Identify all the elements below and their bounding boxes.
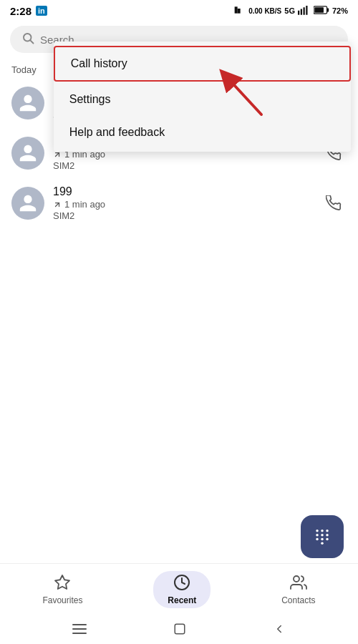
dropdown-settings[interactable]: Settings — [54, 83, 351, 116]
svg-rect-4 — [303, 7, 304, 15]
bottom-nav: Favourites Recent Contacts — [0, 563, 358, 614]
nav-recent[interactable]: Recent — [153, 571, 211, 608]
star-icon — [54, 574, 71, 593]
android-nav — [0, 617, 358, 644]
dropdown-menu: Call history Settings Help and feedback — [54, 42, 351, 152]
dropdown-help[interactable]: Help and feedback — [54, 116, 351, 149]
nav-recent-label: Recent — [168, 595, 196, 605]
svg-point-28 — [294, 576, 299, 582]
signal-icon — [298, 5, 311, 16]
call-info: 199 1 min ago SIM2 — [53, 185, 312, 221]
network-icon — [234, 4, 246, 17]
svg-rect-1 — [238, 9, 240, 13]
dropdown-call-history[interactable]: Call history — [54, 46, 351, 82]
network-type: 5G — [284, 6, 295, 15]
svg-point-21 — [326, 534, 329, 537]
avatar — [11, 137, 44, 170]
svg-rect-30 — [72, 628, 87, 630]
svg-rect-7 — [327, 8, 329, 11]
svg-rect-3 — [301, 9, 302, 15]
call-number: 199 — [53, 185, 312, 198]
battery-pct: 72% — [332, 6, 348, 15]
linkedin-icon: in — [36, 6, 47, 16]
clock-icon — [173, 574, 190, 593]
menu-icon[interactable] — [72, 624, 87, 637]
svg-marker-26 — [55, 575, 69, 589]
avatar — [11, 187, 44, 220]
avatar — [11, 87, 44, 119]
svg-point-25 — [321, 542, 324, 545]
back-icon[interactable] — [273, 623, 286, 638]
call-item[interactable]: 199 1 min ago SIM2 — [7, 178, 351, 228]
svg-line-10 — [30, 40, 33, 43]
call-sim: SIM2 — [53, 210, 312, 221]
status-right: 0.00 KB/S 5G 72% — [234, 4, 348, 17]
home-icon[interactable] — [173, 623, 186, 638]
search-icon — [21, 31, 34, 47]
status-time: 2:28 — [10, 5, 32, 17]
status-bar: 2:28 in 0.00 KB/S 5G 72% — [0, 0, 358, 20]
svg-line-13 — [56, 203, 59, 206]
svg-rect-32 — [175, 624, 185, 634]
nav-favourites[interactable]: Favourites — [28, 571, 97, 608]
call-sim: SIM2 — [53, 160, 312, 171]
status-left: 2:28 in — [10, 5, 47, 17]
svg-rect-2 — [298, 11, 299, 15]
battery-icon — [314, 6, 329, 16]
svg-point-24 — [326, 538, 329, 541]
svg-point-22 — [316, 538, 319, 541]
svg-rect-5 — [306, 6, 307, 15]
svg-point-18 — [326, 530, 329, 532]
svg-rect-29 — [72, 624, 87, 625]
svg-point-19 — [316, 534, 319, 537]
svg-point-23 — [321, 538, 324, 541]
nav-contacts-label: Contacts — [281, 595, 315, 605]
svg-point-17 — [321, 530, 324, 532]
svg-rect-8 — [314, 7, 324, 13]
call-detail: 1 min ago — [53, 199, 312, 210]
svg-point-16 — [316, 530, 319, 532]
fab-dialpad[interactable] — [301, 515, 344, 558]
call-phone-button[interactable] — [321, 190, 347, 216]
svg-line-12 — [56, 152, 59, 156]
svg-rect-0 — [235, 7, 237, 13]
svg-rect-31 — [72, 633, 87, 634]
contacts-icon — [290, 574, 307, 593]
svg-point-20 — [321, 534, 324, 537]
nav-favourites-label: Favourites — [42, 595, 82, 605]
nav-contacts[interactable]: Contacts — [267, 571, 329, 608]
network-speed: 0.00 KB/S — [248, 7, 281, 15]
